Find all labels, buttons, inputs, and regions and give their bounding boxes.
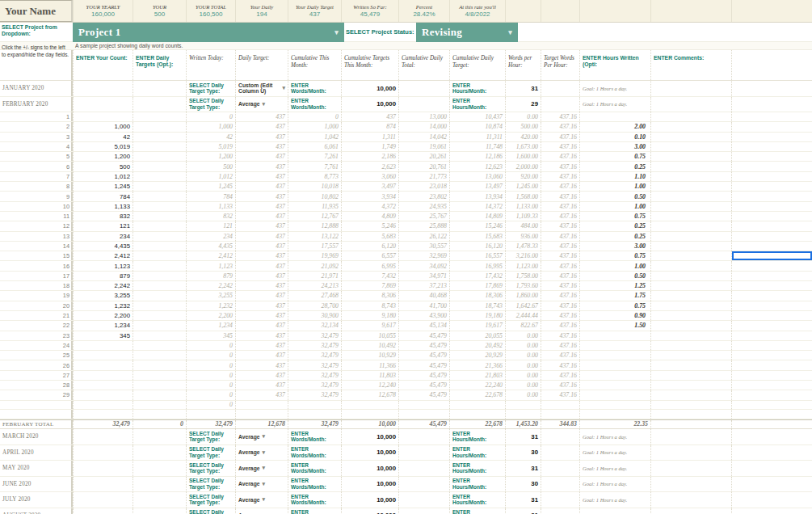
cell-your-count[interactable]: 784 — [73, 192, 133, 200]
cell-your-count[interactable] — [73, 81, 133, 96]
cell-daily-target-opt[interactable] — [133, 142, 186, 151]
cell-your-count[interactable]: 1,123 — [73, 261, 133, 270]
cell-daily-target-opt[interactable] — [133, 172, 186, 181]
cell-hours-written[interactable]: 0.25 — [579, 162, 650, 171]
cell-daily-target-opt[interactable] — [133, 242, 186, 251]
daily-target-type-dropdown[interactable]: Average▾ — [235, 461, 288, 476]
cell-daily-target-opt[interactable] — [133, 311, 186, 320]
cell-daily-target-opt[interactable] — [133, 477, 186, 492]
cell-comments[interactable] — [650, 390, 731, 399]
selected-cell[interactable] — [731, 251, 812, 260]
cell-daily-target-opt[interactable] — [133, 261, 186, 270]
cell-comments[interactable] — [650, 381, 731, 390]
cell-comments[interactable] — [650, 461, 731, 476]
words-per-month-value[interactable]: 10,000 — [341, 429, 398, 444]
cell-comments[interactable] — [650, 429, 731, 444]
cell-daily-target-opt[interactable] — [133, 508, 186, 514]
project-status-dropdown[interactable]: Revising ▾ — [416, 23, 518, 42]
cell-your-count[interactable] — [73, 492, 133, 508]
cell-comments[interactable] — [650, 311, 731, 320]
words-per-month-value[interactable]: 10,000 — [341, 477, 398, 492]
cell-your-count[interactable]: 1,200 — [73, 152, 133, 161]
cell-comments[interactable] — [650, 242, 731, 251]
empty-cell[interactable] — [731, 212, 812, 221]
cell-hours-written[interactable]: 3.00 — [579, 242, 650, 251]
cell-your-count[interactable] — [73, 381, 133, 390]
cell-comments[interactable] — [650, 321, 731, 330]
cell-your-count[interactable] — [73, 477, 133, 492]
cell-comments[interactable] — [650, 182, 731, 191]
cell-your-count[interactable] — [73, 390, 133, 399]
cell-daily-target-opt[interactable] — [133, 492, 186, 508]
cell-hours-written[interactable]: 0.25 — [579, 232, 650, 241]
cell-comments[interactable] — [650, 360, 731, 369]
hours-per-month-value[interactable]: 31 — [505, 461, 541, 476]
cell-comments[interactable] — [650, 272, 731, 280]
cell-hours-written[interactable]: 1.50 — [579, 321, 650, 330]
cell-comments[interactable] — [650, 172, 731, 181]
cell-your-count[interactable] — [73, 461, 133, 476]
cell-comments[interactable] — [650, 492, 731, 508]
cell-your-count[interactable]: 42 — [73, 133, 133, 141]
cell-comments[interactable] — [650, 122, 731, 131]
daily-target-type-dropdown[interactable]: Average▾ — [235, 429, 288, 444]
daily-target-type-dropdown[interactable]: Custom (Edit Column U)▾ — [235, 81, 288, 96]
cell-comments[interactable] — [650, 202, 731, 211]
cell-your-count[interactable]: 2,242 — [73, 281, 133, 290]
cell-hours-written[interactable] — [579, 390, 650, 399]
words-per-month-value[interactable]: 10,000 — [341, 492, 398, 508]
daily-target-type-dropdown[interactable]: Average▾ — [235, 508, 288, 514]
cell-comments[interactable] — [650, 508, 731, 514]
cell-comments[interactable] — [650, 192, 731, 200]
empty-cell[interactable] — [731, 221, 812, 230]
cell-your-count[interactable]: 500 — [73, 162, 133, 171]
cell-daily-target-opt[interactable] — [133, 341, 186, 350]
empty-cell[interactable] — [731, 112, 812, 121]
cell-comments[interactable] — [650, 477, 731, 492]
cell-your-count[interactable]: 879 — [73, 272, 133, 280]
cell-comments[interactable] — [650, 291, 731, 300]
cell-comments[interactable] — [650, 133, 731, 141]
cell-your-count[interactable]: 832 — [73, 212, 133, 221]
cell-daily-target-opt[interactable] — [133, 301, 186, 310]
cell-hours-written[interactable]: 0.75 — [579, 301, 650, 310]
empty-cell[interactable] — [731, 331, 812, 340]
cell-hours-written[interactable]: 2.00 — [579, 122, 650, 131]
cell-hours-written[interactable] — [579, 360, 650, 369]
hours-per-month-value[interactable]: 31 — [505, 429, 541, 444]
cell-your-count[interactable] — [73, 112, 133, 121]
empty-cell[interactable] — [731, 232, 812, 241]
cell-daily-target-opt[interactable] — [133, 351, 186, 360]
empty-cell[interactable] — [731, 133, 812, 141]
cell-comments[interactable] — [650, 212, 731, 221]
cell-hours-written[interactable] — [579, 112, 650, 121]
empty-cell[interactable] — [731, 281, 812, 290]
empty-cell[interactable] — [731, 301, 812, 310]
empty-cell[interactable] — [731, 360, 812, 369]
hours-per-month-value[interactable]: 31 — [505, 492, 541, 508]
cell-hours-written[interactable]: 1.00 — [579, 261, 650, 270]
cell-hours-written[interactable] — [579, 381, 650, 390]
empty-cell[interactable] — [731, 321, 812, 330]
cell-comments[interactable] — [650, 152, 731, 161]
cell-hours-written[interactable]: 0.50 — [579, 272, 650, 280]
cell-comments[interactable] — [650, 261, 731, 270]
cell-your-count[interactable]: 1,232 — [73, 301, 133, 310]
cell-your-count[interactable]: 1,245 — [73, 182, 133, 191]
cell-comments[interactable] — [650, 97, 731, 112]
cell-your-count[interactable]: 121 — [73, 221, 133, 230]
cell-daily-target-opt[interactable] — [133, 429, 186, 444]
cell-hours-written[interactable]: 0.90 — [579, 311, 650, 320]
cell-your-count[interactable] — [73, 97, 133, 112]
cell-hours-written[interactable] — [579, 341, 650, 350]
empty-cell[interactable] — [731, 381, 812, 390]
cell-daily-target-opt[interactable] — [133, 461, 186, 476]
cell-your-count[interactable] — [73, 445, 133, 461]
empty-cell[interactable] — [731, 152, 812, 161]
daily-target-type-dropdown[interactable]: Average▾ — [235, 445, 288, 461]
cell-comments[interactable] — [650, 162, 731, 171]
empty-cell[interactable] — [731, 311, 812, 320]
empty-cell[interactable] — [731, 162, 812, 171]
cell-daily-target-opt[interactable] — [133, 122, 186, 131]
cell-hours-written[interactable]: 0.10 — [579, 133, 650, 141]
